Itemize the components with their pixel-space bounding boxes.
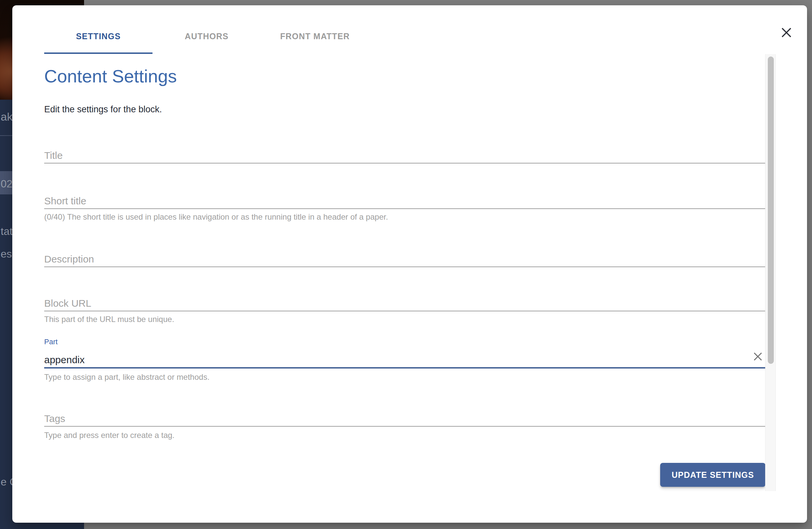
tab-settings[interactable]: SETTINGS — [44, 20, 153, 54]
tags-helper: Type and press enter to create a tag. — [44, 431, 174, 440]
part-input[interactable] — [44, 353, 742, 367]
part-helper: Type to assign a part, like abstract or … — [44, 372, 209, 382]
tags-field-row — [44, 411, 765, 427]
tab-authors[interactable]: AUTHORS — [153, 20, 261, 54]
block-url-field-row — [44, 296, 765, 311]
description-input[interactable] — [44, 252, 765, 267]
short-title-input[interactable] — [44, 194, 765, 208]
dialog-subtitle: Edit the settings for the block. — [44, 104, 162, 115]
update-settings-button[interactable]: UPDATE SETTINGS — [660, 463, 766, 487]
title-field-row — [44, 148, 765, 163]
content-settings-dialog: SETTINGS AUTHORS FRONT MATTER Content Se… — [12, 5, 807, 523]
dialog-title: Content Settings — [44, 66, 177, 86]
clear-icon — [753, 352, 763, 361]
part-field-label: Part — [44, 338, 57, 346]
dialog-tabs: SETTINGS AUTHORS FRONT MATTER — [44, 20, 369, 54]
part-field-row — [44, 353, 765, 369]
tab-front-matter[interactable]: FRONT MATTER — [261, 20, 369, 54]
close-icon — [781, 27, 792, 38]
block-url-input[interactable] — [44, 296, 765, 311]
modal-scrollbar-thumb[interactable] — [768, 57, 774, 364]
block-url-helper: This part of the URL must be unique. — [44, 315, 174, 324]
close-button[interactable] — [778, 24, 795, 41]
part-clear-button[interactable] — [750, 348, 766, 364]
title-input[interactable] — [44, 148, 765, 163]
description-field-row — [44, 252, 765, 267]
modal-scrollbar-track[interactable] — [765, 54, 776, 491]
tags-input[interactable] — [44, 411, 765, 426]
short-title-helper: (0/40) The short title is used in places… — [44, 212, 388, 221]
short-title-field-row — [44, 194, 765, 209]
